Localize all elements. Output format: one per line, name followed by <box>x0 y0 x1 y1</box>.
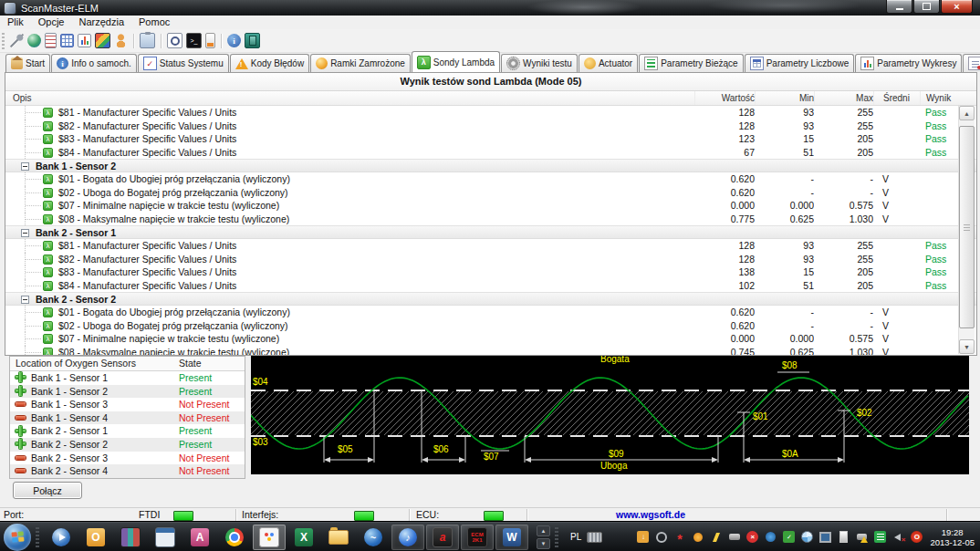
collapse-toggle-icon[interactable] <box>21 296 29 304</box>
user-toolbar-icon[interactable] <box>114 34 128 47</box>
result-row[interactable]: $81 - Manufacturer Specific Values / Uni… <box>5 106 976 120</box>
result-row[interactable]: $02 - Uboga do Bogatej próg przełączania… <box>5 186 976 200</box>
tab-parametry-bie-ce[interactable]: Parametry Bieżące <box>639 54 743 72</box>
column-opis[interactable]: Opis <box>5 91 694 105</box>
taskbar-ecm[interactable] <box>461 525 494 550</box>
result-row[interactable]: $02 - Uboga do Bogatej próg przełączania… <box>5 319 976 333</box>
tab-parametry-wykresy[interactable]: Parametry Wykresy <box>855 54 962 72</box>
results-scrollbar[interactable] <box>958 106 975 354</box>
group-row[interactable]: Bank 1 - Sensor 2 <box>5 159 976 172</box>
close-button[interactable] <box>941 0 973 14</box>
exit-toolbar-icon[interactable] <box>245 33 260 48</box>
tab-ramki-zamro-one[interactable]: Ramki Zamrożone <box>310 54 411 72</box>
result-row[interactable]: $81 - Manufacturer Specific Values / Uni… <box>5 239 976 253</box>
taskbar-outlook[interactable] <box>79 525 112 550</box>
search-toolbar-icon[interactable] <box>167 33 182 48</box>
menu-plik[interactable]: Plik <box>0 16 31 29</box>
column-max[interactable]: Max <box>814 91 873 105</box>
taskbar-clock[interactable]: 19:28 2013-12-05 <box>930 527 975 547</box>
tab-actuator[interactable]: Actuator <box>579 54 638 72</box>
result-row[interactable]: $84 - Manufacturer Specific Values / Uni… <box>5 146 976 160</box>
tray-green-square-icon[interactable] <box>783 531 795 543</box>
menu-opcje[interactable]: Opcje <box>31 16 72 29</box>
result-row[interactable]: $82 - Manufacturer Specific Values / Uni… <box>5 253 976 266</box>
tray-battery-icon[interactable] <box>838 531 850 543</box>
taskbar-scroll-down-button[interactable] <box>537 538 550 549</box>
titlebar[interactable]: ScanMaster-ELM <box>0 0 980 16</box>
taskbar-paint[interactable] <box>253 525 286 550</box>
tray-speaker-icon[interactable] <box>892 531 904 543</box>
report-toolbar-icon[interactable] <box>45 33 57 48</box>
result-row[interactable]: $07 - Minimalne napięcie w trakcie testu… <box>5 199 976 213</box>
tab-info-o-samoch[interactable]: Info o samoch. <box>51 54 137 72</box>
tray-drive-warn-icon[interactable] <box>856 531 868 543</box>
scroll-up-button[interactable] <box>959 106 975 120</box>
column-sredni[interactable]: Średni <box>873 91 920 105</box>
column-wartosc[interactable]: Wartość <box>694 91 755 105</box>
grid-toolbar-icon[interactable] <box>60 34 74 47</box>
tray-monitor-icon[interactable] <box>819 531 831 543</box>
tab-status-systemu[interactable]: Status Systemu <box>138 54 229 72</box>
connect-button[interactable]: Połącz <box>13 482 82 499</box>
start-button[interactable] <box>4 524 31 551</box>
taskbar-word[interactable] <box>495 525 528 550</box>
result-row[interactable]: $83 - Manufacturer Specific Values / Uni… <box>5 132 976 146</box>
result-row[interactable]: $82 - Manufacturer Specific Values / Uni… <box>5 120 976 133</box>
scrollbar-thumb[interactable] <box>959 126 975 328</box>
globe-toolbar-icon[interactable] <box>27 34 41 47</box>
tray-equalizer-icon[interactable] <box>874 531 886 543</box>
taskbar-explorer[interactable] <box>322 525 355 550</box>
tab-start[interactable]: Start <box>5 54 50 72</box>
tray-pinwheel-icon[interactable] <box>801 531 813 543</box>
result-row[interactable]: $84 - Manufacturer Specific Values / Uni… <box>5 279 976 293</box>
tab-sondy-lambda[interactable]: Sondy Lambda <box>412 51 500 72</box>
connect-toolbar-icon[interactable] <box>10 34 24 47</box>
minimize-button[interactable] <box>886 0 912 14</box>
clipboard-toolbar-icon[interactable] <box>140 33 155 48</box>
scroll-down-button[interactable] <box>959 339 975 354</box>
taskbar-scroll-up-button[interactable] <box>537 525 550 536</box>
group-row[interactable]: Bank 2 - Sensor 1 <box>5 225 976 239</box>
result-row[interactable]: $83 - Manufacturer Specific Values / Uni… <box>5 265 976 279</box>
taskbar-media-player[interactable] <box>45 525 78 550</box>
tab-pid-konfiguracja[interactable]: PID Konfiguracja <box>963 54 980 72</box>
taskbar-excel[interactable] <box>287 525 320 550</box>
restore-button[interactable] <box>913 0 940 14</box>
terminal-toolbar-icon[interactable] <box>186 33 202 48</box>
taskbar-access[interactable] <box>183 525 216 550</box>
collapse-toggle-icon[interactable] <box>21 162 29 171</box>
result-row[interactable]: $07 - Minimalne napięcie w trakcie testu… <box>5 332 976 346</box>
taskbar-winrar[interactable] <box>114 525 147 550</box>
tray-opera-icon[interactable] <box>911 531 923 543</box>
menu-narz-dzia[interactable]: Narzędzia <box>71 16 131 29</box>
media-toolbar-icon[interactable] <box>95 33 110 48</box>
result-row[interactable]: $01 - Bogata do Ubogiej próg przełączani… <box>5 172 976 186</box>
tray-circle-icon[interactable] <box>655 531 667 543</box>
tray-red-x-icon[interactable] <box>746 531 758 543</box>
language-indicator[interactable]: PL <box>570 532 581 542</box>
group-row[interactable]: Bank 2 - Sensor 2 <box>5 292 976 306</box>
taskbar-chrome[interactable] <box>218 525 251 550</box>
column-wynik[interactable]: Wynik <box>920 91 975 105</box>
result-row[interactable]: $08 - Maksymalne napięcie w trakcie test… <box>5 346 976 355</box>
tray-download-icon[interactable] <box>637 531 649 543</box>
website-link[interactable]: www.wgsoft.de <box>616 508 685 522</box>
tray-orange-dot-icon[interactable] <box>692 531 704 543</box>
result-row[interactable]: $08 - Maksymalne napięcie w trakcie test… <box>5 213 976 226</box>
info-toolbar-icon[interactable] <box>227 34 241 47</box>
tray-drive-icon[interactable] <box>728 531 740 543</box>
column-min[interactable]: Min <box>755 91 814 105</box>
taskbar-calculator[interactable] <box>149 525 182 550</box>
menu-pomoc[interactable]: Pomoc <box>131 16 177 29</box>
taskbar-thunderbird[interactable] <box>357 525 390 550</box>
tab-wyniki-testu[interactable]: Wyniki testu <box>501 54 578 72</box>
taskbar-itunes[interactable] <box>391 525 424 550</box>
tray-bird-icon[interactable] <box>765 531 777 543</box>
result-row[interactable]: $01 - Bogata do Ubogiej próg przełączani… <box>5 306 976 319</box>
tab-kody-b-d-w[interactable]: Kody Błędów <box>230 54 309 72</box>
tray-red-star-icon[interactable] <box>673 531 685 543</box>
collapse-toggle-icon[interactable] <box>21 229 29 237</box>
keyboard-icon[interactable] <box>587 532 602 543</box>
device-toolbar-icon[interactable] <box>205 33 215 48</box>
chart-toolbar-icon[interactable] <box>78 34 91 47</box>
